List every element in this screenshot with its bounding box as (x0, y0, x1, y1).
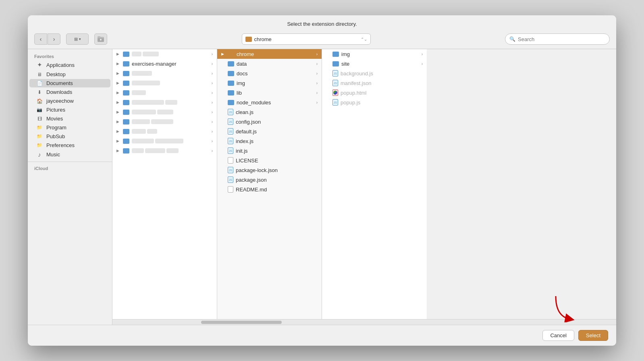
sidebar-item-label: PubSub (46, 133, 65, 139)
list-item[interactable]: ▶ site › (322, 59, 427, 68)
column-1: ▶ › ▶ exercises-manager › (112, 49, 217, 319)
search-bar[interactable]: 🔍 (505, 33, 610, 45)
back-button[interactable]: ‹ (34, 33, 47, 45)
sidebar-item-downloads[interactable]: ⬇ Downloads (29, 88, 110, 96)
sidebar-item-movies[interactable]: 🎞 Movies (29, 114, 110, 123)
columns-scroll-area[interactable]: ▶ › ▶ exercises-manager › (112, 49, 616, 319)
sidebar-item-music[interactable]: ♪ Music (29, 150, 110, 159)
blurred-item[interactable]: ▶ › (112, 98, 217, 107)
footer-area: Cancel Select (28, 325, 616, 346)
arrow-icon: › (212, 52, 213, 56)
list-item[interactable]: ▶ JS clean.js (217, 107, 322, 117)
sidebar-item-applications[interactable]: ✦ Applications (29, 60, 110, 70)
list-item[interactable]: ▶ chrome › (217, 49, 322, 59)
blurred-item[interactable]: ▶ › (112, 127, 217, 136)
item-label: clean.js (236, 109, 318, 115)
search-icon: 🔍 (509, 36, 515, 42)
blurred-item[interactable]: ▶ › (112, 146, 217, 156)
blurred-item[interactable]: ▶ › (112, 88, 217, 98)
horizontal-scrollbar[interactable] (112, 319, 616, 325)
sidebar-item-documents[interactable]: 📄 Documents (29, 79, 110, 87)
blurred-item[interactable]: ▶ › (112, 136, 217, 146)
dialog-title: Select the extension directory. (28, 15, 616, 31)
list-item[interactable]: ▶ JS package-lock.json (217, 165, 322, 175)
sidebar-item-pubsub[interactable]: 📁 PubSub (29, 132, 110, 141)
music-icon: ♪ (36, 151, 43, 158)
select-button[interactable]: Select (578, 330, 608, 341)
expand-arrow-icon: ▶ (221, 52, 225, 56)
search-input[interactable] (518, 36, 605, 42)
sidebar-item-desktop[interactable]: 🖥 Desktop (29, 70, 110, 79)
list-item[interactable]: ▶ docs › (217, 68, 322, 78)
list-item[interactable]: ▶ JS default.js (217, 127, 322, 136)
blurred-item[interactable]: ▶ › (112, 107, 217, 117)
arrow-icon: › (316, 52, 318, 56)
html-file-icon (332, 89, 338, 96)
file-icon (228, 186, 233, 193)
folder-icon (228, 100, 234, 105)
list-item[interactable]: ▶ JS init.js (217, 146, 322, 156)
list-item[interactable]: ▶ data › (217, 59, 322, 68)
json-file-icon: JS (228, 176, 233, 183)
desktop-icon: 🖥 (36, 72, 43, 77)
arrow-icon: › (316, 62, 318, 66)
location-folder-icon (245, 37, 252, 42)
item-label: package-lock.json (236, 167, 318, 173)
location-chevron-icon: ⌃⌄ (361, 37, 367, 41)
folder-icon (123, 61, 129, 66)
list-item[interactable]: ▶ JS config.json (217, 117, 322, 127)
forward-button[interactable]: › (48, 33, 60, 45)
js-file-icon: JS (228, 128, 233, 135)
item-label: docs (237, 71, 314, 77)
sidebar-item-label: jayceechow (46, 98, 74, 104)
blurred-item[interactable]: ▶ › (112, 78, 217, 88)
list-item[interactable]: ▶ README.md (217, 185, 322, 194)
new-folder-button[interactable] (94, 33, 107, 45)
list-item[interactable]: ▶ exercises-manager › (112, 59, 217, 68)
icloud-section-label: iCloud (28, 164, 112, 172)
file-icon (228, 157, 233, 164)
list-item[interactable]: ▶ img › (322, 49, 427, 59)
sidebar-item-label: Music (46, 151, 60, 158)
list-item[interactable]: ▶ JS background.js (322, 68, 427, 78)
blurred-item[interactable]: ▶ › (112, 49, 217, 59)
columns-wrapper: ▶ › ▶ exercises-manager › (112, 49, 616, 325)
item-label: index.js (236, 138, 318, 144)
sidebar-item-pictures[interactable]: 📷 Pictures (29, 106, 110, 114)
toolbar: ‹ › ⊞ ▾ chrome ⌃⌄ 🔍 (28, 31, 616, 49)
documents-icon: 📄 (36, 81, 43, 86)
arrow-icon: › (212, 62, 213, 66)
scrollbar-thumb[interactable] (201, 321, 282, 324)
sidebar-item-program[interactable]: 📁 Program (29, 123, 110, 132)
arrow-icon: › (316, 100, 318, 105)
list-item[interactable]: ▶ JS popup.js (322, 98, 427, 107)
blurred-item[interactable]: ▶ › (112, 117, 217, 127)
folder-icon (332, 52, 339, 57)
sidebar-item-preferences[interactable]: 📁 Preferences (29, 141, 110, 149)
favorites-section-label: Favorites (28, 52, 112, 60)
list-item[interactable]: ▶ LICENSE (217, 156, 322, 165)
sidebar-item-label: Movies (46, 116, 63, 122)
arrow-icon: › (316, 71, 318, 76)
expand-arrow-icon: ▶ (116, 52, 120, 56)
sidebar-item-label: Applications (46, 62, 75, 68)
list-item[interactable]: ▶ JS package.json (217, 175, 322, 185)
list-item[interactable]: ▶ lib › (217, 88, 322, 98)
list-item[interactable]: ▶ node_modules › (217, 98, 322, 107)
sidebar-item-jayceechow[interactable]: 🏠 jayceechow (29, 97, 110, 105)
cancel-button[interactable]: Cancel (542, 330, 574, 341)
js-file-icon: JS (332, 99, 338, 106)
item-label: site (341, 61, 419, 67)
location-bar[interactable]: chrome ⌃⌄ (242, 33, 371, 45)
list-item[interactable]: ▶ img › (217, 78, 322, 88)
item-label: chrome (237, 51, 314, 57)
list-item[interactable]: ▶ JS manifest.json (322, 78, 427, 88)
item-label: LICENSE (236, 158, 318, 164)
file-picker-dialog: Select the extension directory. ‹ › ⊞ ▾ … (28, 15, 616, 346)
pubsub-folder-icon: 📁 (36, 134, 43, 139)
blurred-item[interactable]: ▶ › (112, 68, 217, 78)
list-item[interactable]: ▶ JS index.js (217, 136, 322, 146)
list-item[interactable]: ▶ popup.html (322, 88, 427, 98)
location-label: chrome (254, 36, 358, 42)
view-button[interactable]: ⊞ ▾ (66, 33, 89, 45)
